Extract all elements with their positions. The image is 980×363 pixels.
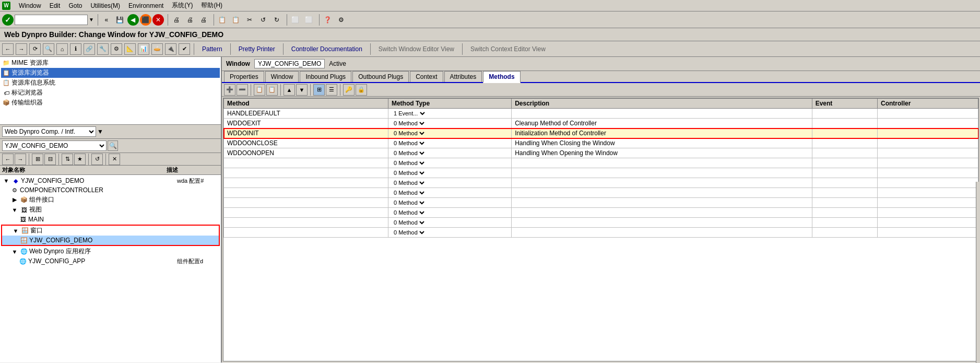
- tab-inbound-plugs[interactable]: Inbound Plugs: [300, 71, 351, 82]
- tab-properties[interactable]: Properties: [224, 71, 264, 82]
- method-copy-btn[interactable]: 📋: [254, 84, 265, 96]
- controller-doc-link[interactable]: Controller Documentation: [287, 44, 367, 54]
- paste-button[interactable]: 📋: [230, 14, 242, 26]
- left-forward-btn[interactable]: →: [15, 154, 26, 165]
- pie-button[interactable]: 🥧: [151, 43, 163, 55]
- method-type-select[interactable]: 0 Method: [392, 139, 426, 147]
- table-row[interactable]: WDDOEXIT 0 Method Cleanup Method of Cont…: [224, 119, 978, 128]
- webapp-app-item[interactable]: 🌐 YJW_CONFIG_APP 组件配置d: [1, 256, 220, 266]
- structure-button[interactable]: 📐: [124, 43, 136, 55]
- home-button[interactable]: ⌂: [56, 43, 68, 55]
- menu-edit[interactable]: Edit: [45, 1, 65, 10]
- pattern-link[interactable]: Pattern: [198, 44, 227, 54]
- method-move-up-btn[interactable]: ▲: [284, 84, 295, 96]
- plugin-button[interactable]: 🔌: [165, 43, 176, 55]
- execute-button[interactable]: ◀: [127, 14, 139, 26]
- resource-info-item[interactable]: 📋 资源库信息系统: [1, 78, 220, 88]
- collapse-all-btn[interactable]: ⊟: [44, 154, 56, 165]
- method-type-select[interactable]: 0 Method: [392, 120, 426, 127]
- nav-forward-button[interactable]: →: [16, 43, 27, 55]
- method-type-select[interactable]: 0 Method: [392, 209, 426, 216]
- cancel-button[interactable]: ✕: [152, 14, 164, 26]
- component-interface-item[interactable]: ▶ 📦 组件接口: [1, 195, 220, 205]
- window-parent-item[interactable]: ▼ 🪟 窗口: [2, 226, 219, 236]
- method-paste-btn[interactable]: 📋: [266, 84, 278, 96]
- main-view-item[interactable]: 🖼 MAIN: [1, 215, 220, 224]
- close-left-btn[interactable]: ✕: [109, 154, 120, 165]
- tab-context[interactable]: Context: [410, 71, 443, 82]
- nav-back-button[interactable]: ←: [2, 43, 14, 55]
- info-button[interactable]: ℹ: [70, 43, 81, 55]
- print2-button[interactable]: 🖨: [184, 14, 196, 26]
- switch-context-link[interactable]: Switch Context Editor View: [466, 44, 550, 54]
- method-type-select[interactable]: 0 Method: [392, 199, 426, 206]
- method-type-cell[interactable]: 0 Method: [388, 188, 511, 198]
- tab-outbound-plugs[interactable]: Outbound Plugs: [352, 71, 409, 82]
- menu-utilities[interactable]: Utilities(M): [86, 1, 124, 10]
- undo-button[interactable]: ↺: [257, 14, 269, 26]
- resource-browser-item[interactable]: 📋 资源库浏览器: [1, 68, 220, 78]
- tab-window[interactable]: Window: [265, 71, 299, 82]
- left-back-btn[interactable]: ←: [2, 154, 14, 165]
- method-type-cell[interactable]: 0 Method: [388, 158, 511, 168]
- switch-window-link[interactable]: Switch Window Editor View: [374, 44, 458, 54]
- table-row[interactable]: 0 Method: [224, 178, 978, 188]
- tree-root-item[interactable]: ▼ ◆ YJW_CONFIG_DEMO wda 配置#: [1, 176, 220, 185]
- config-select[interactable]: YJW_CONFIG_DEMO: [2, 140, 107, 151]
- table-row[interactable]: 0 Method: [224, 168, 978, 178]
- method-type-select[interactable]: 0 Method: [392, 229, 426, 236]
- expand-all-btn[interactable]: ⊞: [32, 154, 43, 165]
- config-search-btn[interactable]: 🔍: [108, 140, 118, 151]
- refresh-button[interactable]: ⟳: [29, 43, 41, 55]
- method-type-cell[interactable]: 0 Method: [388, 208, 511, 218]
- ok-button[interactable]: ✓: [2, 14, 14, 26]
- table-row[interactable]: 0 Method: [224, 208, 978, 218]
- transport-item[interactable]: 📦 传输组织器: [1, 98, 220, 108]
- method-lock-btn[interactable]: 🔒: [356, 84, 367, 96]
- method-type-select[interactable]: 0 Method: [392, 189, 426, 196]
- link-button[interactable]: 🔗: [84, 43, 95, 55]
- table-row[interactable]: WDDOONOPEN 0 Method Handling When Openin…: [224, 148, 978, 158]
- back-button[interactable]: «: [100, 14, 113, 26]
- right-scrollbar[interactable]: [976, 182, 980, 364]
- method-type-select[interactable]: 0 Method: [392, 149, 426, 157]
- search-button[interactable]: 🔍: [43, 43, 54, 55]
- method-type-cell[interactable]: 0 Method: [388, 198, 511, 208]
- method-list-btn[interactable]: ☰: [326, 84, 337, 96]
- print-button[interactable]: 🖨: [170, 14, 183, 26]
- save-button[interactable]: 💾: [114, 14, 126, 26]
- method-type-select[interactable]: 0 Method: [392, 130, 426, 137]
- table-row[interactable]: 0 Method: [224, 198, 978, 208]
- menu-window[interactable]: Window: [15, 1, 45, 10]
- method-grid-btn[interactable]: ⊞: [313, 84, 325, 96]
- table-row[interactable]: 0 Method: [224, 158, 978, 168]
- tools-button[interactable]: 🔧: [97, 43, 109, 55]
- method-type-select[interactable]: 0 Method: [392, 219, 426, 226]
- table-row[interactable]: 0 Method: [224, 188, 978, 198]
- menu-goto[interactable]: Goto: [64, 1, 86, 10]
- bookmark-btn[interactable]: ★: [74, 154, 86, 165]
- menu-system[interactable]: 系统(Y): [168, 0, 197, 11]
- command-input[interactable]: [15, 15, 88, 25]
- menu-help[interactable]: 帮助(H): [197, 0, 227, 11]
- tab-methods[interactable]: Methods: [483, 71, 520, 83]
- stop-button[interactable]: ⬛: [140, 14, 151, 26]
- table-row[interactable]: WDDOONCLOSE 0 Method Handling When Closi…: [224, 138, 978, 148]
- redo-button[interactable]: ↻: [270, 14, 283, 26]
- window2-button[interactable]: ⬜: [303, 14, 315, 26]
- method-type-select[interactable]: 1 Event...: [392, 110, 427, 117]
- refresh-left-btn[interactable]: ↺: [91, 154, 103, 165]
- cut-button[interactable]: ✂: [243, 14, 256, 26]
- window1-button[interactable]: ⬜: [289, 14, 302, 26]
- method-type-cell[interactable]: 0 Method: [388, 148, 511, 158]
- settings-button[interactable]: ⚙: [335, 14, 348, 26]
- method-type-cell[interactable]: 0 Method: [388, 178, 511, 188]
- method-type-cell[interactable]: 0 Method: [388, 168, 511, 178]
- help-button[interactable]: ❓: [322, 14, 334, 26]
- component-controller-item[interactable]: ⚙ COMPONENTCONTROLLER: [1, 185, 220, 195]
- method-type-cell[interactable]: 0 Method: [388, 218, 511, 228]
- calc-button[interactable]: 📊: [138, 43, 149, 55]
- method-type-select[interactable]: 0 Method: [392, 159, 426, 167]
- method-type-cell[interactable]: 0 Method: [388, 128, 511, 138]
- table-row[interactable]: 0 Method: [224, 228, 978, 238]
